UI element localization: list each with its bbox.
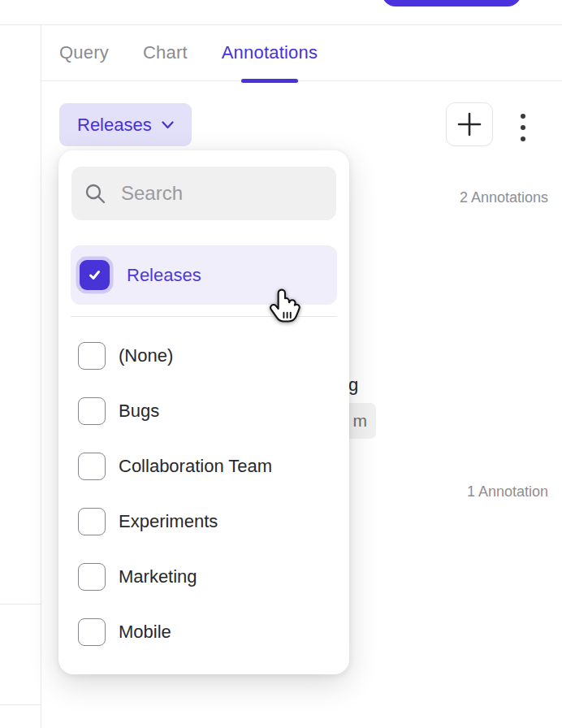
- active-tab-underline: [241, 79, 298, 83]
- option-collaboration-team[interactable]: Collaboration Team: [58, 439, 349, 494]
- releases-filter-button[interactable]: Releases: [59, 103, 192, 146]
- primary-action-button[interactable]: [382, 0, 521, 6]
- option-bugs-label: Bugs: [119, 401, 159, 422]
- search-input[interactable]: [121, 182, 373, 205]
- checkbox-checked-icon[interactable]: [80, 260, 110, 290]
- option-mobile-label: Mobile: [119, 622, 171, 643]
- chevron-down-icon: [162, 121, 174, 129]
- add-annotation-button[interactable]: [446, 102, 493, 146]
- releases-filter-label: Releases: [77, 115, 152, 136]
- option-none-label: (None): [119, 345, 173, 366]
- tab-chart-label: Chart: [143, 42, 188, 63]
- obscured-annotation-title-fragment: g: [348, 375, 358, 396]
- option-experiments-label: Experiments: [119, 511, 218, 532]
- option-collaboration-team-label: Collaboration Team: [119, 456, 272, 477]
- option-experiments[interactable]: Experiments: [58, 494, 349, 549]
- sidebar-divider: [41, 24, 41, 728]
- checkbox-unchecked[interactable]: [78, 508, 106, 535]
- dropdown-divider: [71, 316, 337, 317]
- kebab-menu-icon: [521, 114, 525, 141]
- tab-chart[interactable]: Chart: [143, 24, 188, 80]
- sidebar-row-divider: [0, 704, 41, 705]
- option-releases[interactable]: Releases: [71, 245, 337, 305]
- option-none[interactable]: (None): [58, 328, 349, 384]
- sidebar-row-divider: [0, 604, 41, 604]
- option-bugs[interactable]: Bugs: [58, 384, 349, 439]
- more-options-button[interactable]: [515, 109, 531, 146]
- tab-bar: Query Chart Annotations: [41, 24, 562, 81]
- checkbox-unchecked[interactable]: [78, 563, 106, 591]
- annotation-count-group-2: 1 Annotation: [467, 483, 548, 500]
- option-marketing-label: Marketing: [119, 566, 197, 587]
- releases-filter-dropdown: Releases (None) Bugs Collaboration Team …: [58, 150, 349, 674]
- tab-query[interactable]: Query: [59, 24, 109, 80]
- checkbox-unchecked[interactable]: [78, 397, 106, 425]
- dropdown-search-box[interactable]: [71, 167, 336, 220]
- checkbox-unchecked[interactable]: [78, 618, 106, 646]
- checkbox-unchecked[interactable]: [78, 453, 106, 480]
- obscured-tag-text: m: [353, 411, 368, 431]
- option-marketing[interactable]: Marketing: [58, 549, 349, 604]
- tab-annotations-label: Annotations: [222, 42, 318, 63]
- checkbox-unchecked[interactable]: [78, 342, 106, 370]
- plus-icon: [457, 112, 482, 136]
- annotation-count-group-1: 2 Annotations: [460, 188, 548, 206]
- tab-query-label: Query: [59, 42, 109, 63]
- option-releases-label: Releases: [127, 265, 201, 286]
- tab-annotations[interactable]: Annotations: [222, 24, 318, 80]
- search-icon: [84, 183, 106, 205]
- dropdown-option-list: (None) Bugs Collaboration Team Experimen…: [58, 328, 349, 660]
- option-mobile[interactable]: Mobile: [58, 604, 349, 660]
